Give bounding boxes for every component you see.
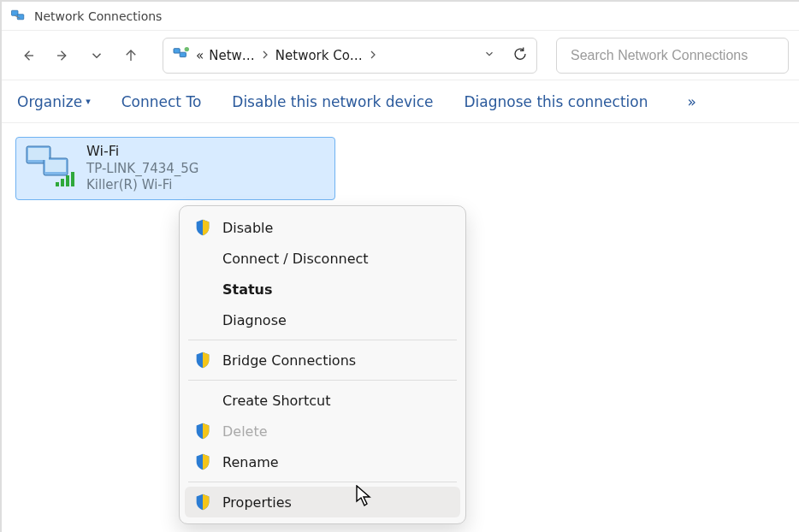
menu-label: Properties xyxy=(222,494,292,511)
menu-item-status[interactable]: Status xyxy=(185,274,460,304)
menu-item-diagnose[interactable]: Diagnose xyxy=(185,304,460,335)
menu-item-connect-disconnect[interactable]: Connect / Disconnect xyxy=(185,243,460,274)
menu-label: Diagnose xyxy=(222,312,287,328)
menu-item-disable[interactable]: Disable xyxy=(185,212,460,243)
menu-item-properties[interactable]: Properties xyxy=(185,487,460,517)
svg-rect-11 xyxy=(45,160,66,172)
menu-label: Bridge Connections xyxy=(222,352,356,369)
folder-icon xyxy=(172,46,191,65)
shield-icon xyxy=(193,218,212,237)
wifi-adapter-icon xyxy=(23,143,80,187)
history-dropdown[interactable] xyxy=(82,41,111,70)
address-bar[interactable]: « Netw… Network Co… xyxy=(163,38,537,74)
svg-rect-14 xyxy=(66,175,69,186)
window-title: Network Connections xyxy=(34,9,162,23)
shield-icon xyxy=(193,452,212,471)
svg-rect-5 xyxy=(174,48,180,52)
shield-icon xyxy=(193,493,212,511)
overflow-button[interactable]: » xyxy=(687,93,697,110)
caret-down-icon: ▾ xyxy=(86,96,91,107)
adapter-ssid: TP-LINK_7434_5G xyxy=(86,161,198,178)
svg-rect-13 xyxy=(61,179,64,186)
refresh-button[interactable] xyxy=(512,46,528,65)
address-dropdown[interactable] xyxy=(483,48,495,63)
adapter-name: Wi-Fi xyxy=(86,143,198,161)
adapter-item-wifi[interactable]: Wi-Fi TP-LINK_7434_5G Killer(R) Wi-Fi xyxy=(15,137,335,200)
back-button[interactable] xyxy=(14,41,43,70)
search-input[interactable] xyxy=(569,47,776,64)
shield-icon xyxy=(193,422,212,440)
forward-button[interactable] xyxy=(48,41,77,70)
svg-rect-12 xyxy=(56,182,59,186)
network-window-icon xyxy=(10,9,26,24)
svg-rect-0 xyxy=(12,10,19,15)
menu-item-rename[interactable]: Rename xyxy=(185,446,460,477)
menu-label: Connect / Disconnect xyxy=(222,251,369,267)
title-bar: Network Connections xyxy=(2,2,799,31)
menu-label: Create Shortcut xyxy=(222,393,330,409)
breadcrumb-seg-2[interactable]: Network Co… xyxy=(275,48,363,63)
menu-label: Disable xyxy=(222,220,273,236)
content-area: Wi-Fi TP-LINK_7434_5G Killer(R) Wi-Fi xyxy=(2,123,799,214)
diagnose-connection-button[interactable]: Diagnose this connection xyxy=(464,93,648,110)
menu-label: Delete xyxy=(222,423,268,440)
svg-rect-15 xyxy=(71,172,74,186)
disable-device-button[interactable]: Disable this network device xyxy=(232,93,433,110)
navigation-bar: « Netw… Network Co… xyxy=(2,31,799,80)
menu-item-create-shortcut[interactable]: Create Shortcut xyxy=(185,385,460,416)
up-button[interactable] xyxy=(116,41,145,70)
svg-rect-1 xyxy=(17,14,24,19)
cursor-icon xyxy=(356,485,373,507)
svg-rect-10 xyxy=(28,148,49,160)
svg-point-7 xyxy=(185,46,189,50)
connect-to-button[interactable]: Connect To xyxy=(121,93,202,110)
breadcrumb-prefix: « xyxy=(196,48,204,63)
menu-separator xyxy=(188,482,457,482)
shield-icon xyxy=(193,351,212,369)
chevron-right-icon[interactable] xyxy=(368,48,378,63)
adapter-driver: Killer(R) Wi-Fi xyxy=(86,177,198,194)
menu-item-bridge-connections[interactable]: Bridge Connections xyxy=(185,345,460,375)
menu-separator xyxy=(188,340,457,340)
menu-label: Status xyxy=(222,281,273,298)
breadcrumb-seg-1[interactable]: Netw… xyxy=(209,48,255,63)
menu-separator xyxy=(188,380,457,381)
menu-item-delete: Delete xyxy=(185,416,460,446)
organize-label: Organize xyxy=(17,93,82,110)
context-menu: Disable Connect / Disconnect Status Diag… xyxy=(179,205,466,524)
menu-label: Rename xyxy=(222,454,279,470)
search-box[interactable] xyxy=(556,38,789,74)
organize-menu[interactable]: Organize ▾ xyxy=(17,93,91,110)
chevron-right-icon[interactable] xyxy=(260,48,270,63)
svg-rect-6 xyxy=(180,52,186,56)
command-bar: Organize ▾ Connect To Disable this netwo… xyxy=(2,80,799,123)
